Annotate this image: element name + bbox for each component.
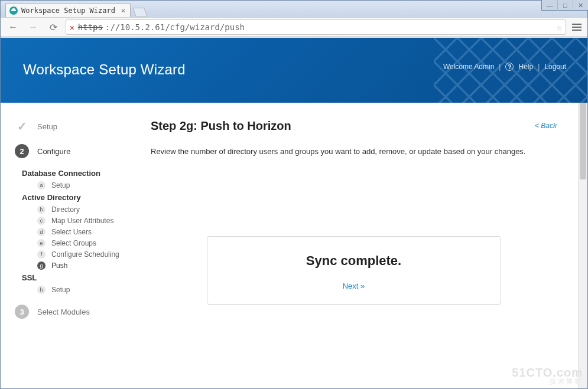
page-viewport: Workspace Setup Wizard Welcome Admin | ?… <box>1 38 587 388</box>
group-database-connection: Database Connection <box>22 169 129 178</box>
url-scheme: https <box>78 22 103 32</box>
substep-bullet: d <box>37 228 46 236</box>
substep-bullet: c <box>37 217 46 225</box>
substep-configure-scheduling[interactable]: fConfigure Scheduling <box>37 250 129 259</box>
substep-map-user-attributes[interactable]: cMap User Attributes <box>37 217 129 225</box>
substep-db-setup[interactable]: a Setup <box>37 181 129 189</box>
browser-menu-button[interactable] <box>571 24 583 31</box>
page-title: Workspace Setup Wizard <box>23 61 186 78</box>
page-body: ✓ Setup 2 Configure Database Connection … <box>1 103 578 388</box>
step-description: Review the number of directory users and… <box>151 147 557 156</box>
favicon-icon <box>9 6 18 15</box>
tab-title: Workspace Setup Wizard <box>21 6 115 15</box>
step-label: Select Modules <box>37 308 90 316</box>
window-controls: — □ ✕ <box>541 0 588 11</box>
back-link[interactable]: < Back <box>535 122 557 130</box>
substep-bullet: f <box>37 250 46 259</box>
step-heading: Step 2g: Push to Horizon <box>151 119 291 133</box>
wizard-step-setup[interactable]: ✓ Setup <box>15 119 129 133</box>
substep-bullet: e <box>37 239 46 247</box>
step-number: 2 <box>15 144 29 158</box>
maximize-button[interactable]: □ <box>557 0 573 11</box>
wizard-step-select-modules[interactable]: 3 Select Modules <box>15 305 129 319</box>
url-rest: ://10.5.2.61/cfg/wizard/push <box>105 22 245 32</box>
close-window-button[interactable]: ✕ <box>573 0 588 11</box>
forward-button: → <box>25 19 41 35</box>
address-bar[interactable]: ✕ https://10.5.2.61/cfg/wizard/push ☆ <box>66 19 566 35</box>
substep-label: Select Groups <box>51 239 96 247</box>
wizard-step-configure[interactable]: 2 Configure <box>15 144 129 158</box>
check-icon: ✓ <box>15 119 29 133</box>
page-banner: Workspace Setup Wizard Welcome Admin | ?… <box>1 38 587 103</box>
minimize-button[interactable]: — <box>542 0 557 11</box>
wizard-sidebar: ✓ Setup 2 Configure Database Connection … <box>1 103 138 388</box>
substep-label: Directory <box>51 205 80 214</box>
substep-label: Setup <box>51 181 70 189</box>
substep-select-groups[interactable]: eSelect Groups <box>37 239 129 247</box>
substep-bullet: h <box>37 286 46 294</box>
group-ssl: SSL <box>22 273 129 282</box>
sync-message: Sync complete. <box>213 253 495 269</box>
separator: | <box>499 63 501 71</box>
substep-label: Configure Scheduling <box>51 250 119 259</box>
banner-links: Welcome Admin | ? Help | Logout <box>443 63 566 71</box>
browser-tab[interactable]: Workspace Setup Wizard × <box>5 3 131 17</box>
new-tab-button[interactable] <box>132 8 148 17</box>
tab-close-icon[interactable]: × <box>121 6 125 15</box>
insecure-icon: ✕ <box>70 23 74 32</box>
substep-push[interactable]: gPush <box>37 261 129 270</box>
separator: | <box>538 63 540 71</box>
tab-strip: Workspace Setup Wizard × <box>1 1 587 17</box>
step-label: Configure <box>37 147 70 156</box>
step-label: Setup <box>37 122 57 131</box>
substep-bullet: b <box>37 205 46 214</box>
substep-bullet: g <box>37 261 46 270</box>
next-link[interactable]: Next » <box>343 282 365 290</box>
heading-row: Step 2g: Push to Horizon < Back <box>151 119 557 133</box>
step-number: 3 <box>15 305 29 319</box>
welcome-text: Welcome Admin <box>443 63 494 71</box>
group-active-directory: Active Directory <box>22 193 129 202</box>
substep-ssl-setup[interactable]: hSetup <box>37 286 129 294</box>
substep-label: Select Users <box>51 228 92 236</box>
substep-label: Setup <box>51 286 70 294</box>
substep-directory[interactable]: bDirectory <box>37 205 129 214</box>
wizard-main: Step 2g: Push to Horizon < Back Review t… <box>138 103 578 388</box>
back-button[interactable]: ← <box>5 19 21 35</box>
substep-label: Push <box>51 261 67 270</box>
browser-toolbar: ← → ⟳ ✕ https://10.5.2.61/cfg/wizard/pus… <box>1 17 587 37</box>
help-link[interactable]: Help <box>518 63 533 71</box>
help-icon[interactable]: ? <box>505 63 514 71</box>
substep-label: Map User Attributes <box>51 217 113 225</box>
substep-select-users[interactable]: dSelect Users <box>37 228 129 236</box>
sync-status-box: Sync complete. Next » <box>207 236 501 305</box>
substep-bullet: a <box>37 181 46 189</box>
logout-link[interactable]: Logout <box>544 63 566 71</box>
reload-button[interactable]: ⟳ <box>46 19 61 35</box>
bookmark-star-icon[interactable]: ☆ <box>556 22 562 33</box>
